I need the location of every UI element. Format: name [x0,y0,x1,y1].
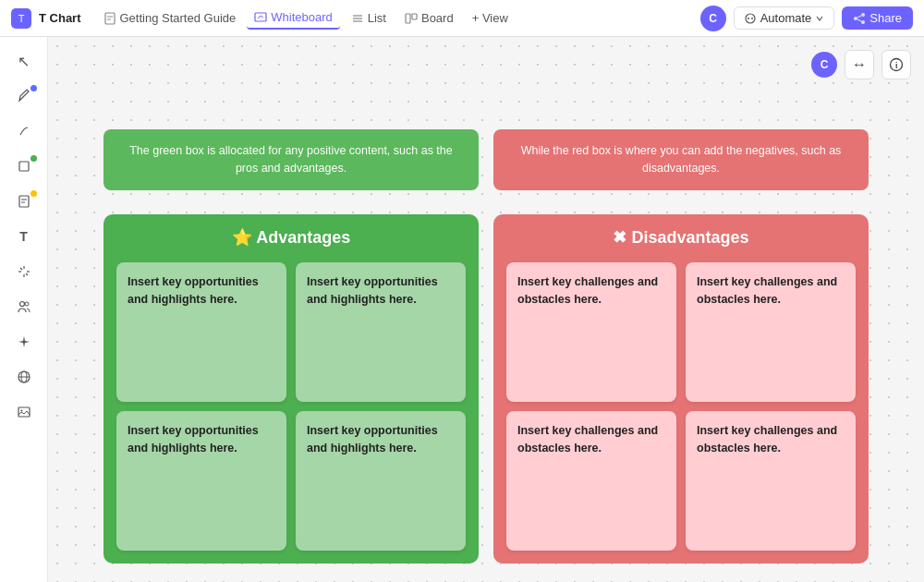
advantages-title: ⭐ Advantages [116,227,466,248]
list-icon [351,12,364,25]
sidebar-draw-tool[interactable] [9,81,39,111]
disadvantage-card-2[interactable]: Insert key challenges and obstacles here… [686,262,856,402]
svg-point-15 [861,13,865,17]
nav-board[interactable]: Board [397,7,461,29]
image-icon [17,405,31,419]
nav-view[interactable]: + View [465,7,516,29]
pen-icon [17,124,31,139]
automate-button[interactable]: Automate [734,6,835,30]
info-icon: i [889,57,904,72]
advantage-card-1[interactable]: Insert key opportunities and highlights … [116,262,286,402]
share-button[interactable]: Share [842,6,913,30]
expand-button[interactable]: ↔ [845,50,874,79]
user-avatar: C [700,6,726,31]
svg-text:i: i [895,61,898,70]
globe-icon [17,370,31,384]
svg-point-16 [861,20,865,24]
note-icon [17,194,31,209]
app-title: T Chart [39,11,81,25]
app-icon: T [11,8,31,29]
draw-dot [30,85,37,91]
board-icon [405,12,418,25]
red-description: While the red box is where you can add t… [493,129,869,190]
sidebar-people-tool[interactable] [9,292,39,321]
advantages-cards-grid: Insert key opportunities and highlights … [116,262,466,551]
sidebar-note-tool[interactable] [9,187,39,216]
svg-point-11 [746,14,755,23]
nav-getting-started[interactable]: Getting Started Guide [96,7,244,29]
svg-rect-19 [19,162,29,171]
nav-whiteboard[interactable]: Whiteboard [247,6,339,30]
sidebar-cursor-tool[interactable]: ↖ [9,46,39,76]
sidebar-text-tool[interactable]: T [9,222,39,251]
svg-rect-9 [406,14,410,23]
svg-point-29 [19,302,24,307]
advantage-card-2[interactable]: Insert key opportunities and highlights … [296,262,466,402]
disadvantage-card-4[interactable]: Insert key challenges and obstacles here… [686,411,856,551]
shape-icon [17,159,31,174]
disadvantage-card-3[interactable]: Insert key challenges and obstacles here… [506,411,676,551]
svg-point-30 [25,302,29,306]
svg-line-18 [857,19,861,21]
svg-rect-20 [19,196,29,207]
whiteboard-icon [254,11,267,24]
svg-rect-10 [412,14,417,19]
sidebar-globe-tool[interactable] [9,362,39,392]
draw-icon [17,89,31,103]
disadvantages-section: ✖ Disadvantages Insert key challenges an… [493,214,869,564]
advantage-card-3[interactable]: Insert key opportunities and highlights … [116,411,286,551]
main-layout: ↖ T [0,37,924,582]
canvas-area[interactable]: C ↔ i The green box is allocated for any… [48,37,924,582]
topbar-right: C Automate Share [700,6,913,31]
disadvantages-title: ✖ Disadvantages [506,227,856,248]
sidebar-magic-tool[interactable] [9,257,39,286]
svg-rect-3 [255,13,266,21]
canvas-controls: C ↔ i [811,50,911,79]
svg-line-4 [258,16,261,18]
info-button[interactable]: i [881,50,911,79]
shape-dot [30,155,37,162]
svg-rect-0 [105,13,115,24]
advantage-card-4[interactable]: Insert key opportunities and highlights … [296,411,466,551]
sparkle-icon [17,334,31,349]
svg-line-28 [26,273,28,275]
advantages-section: ⭐ Advantages Insert key opportunities an… [103,214,479,564]
sidebar-sparkle-tool[interactable] [9,327,39,357]
sidebar-image-tool[interactable] [9,397,39,427]
svg-point-13 [751,18,753,19]
green-description: The green box is allocated for any posit… [103,129,479,190]
disadvantages-cards-grid: Insert key challenges and obstacles here… [506,262,856,551]
doc-icon [103,12,116,25]
description-row: The green box is allocated for any posit… [103,129,869,190]
svg-point-14 [854,17,857,20]
disadvantage-card-1[interactable]: Insert key challenges and obstacles here… [506,262,676,402]
sidebar-pen-tool[interactable] [9,116,39,146]
svg-marker-31 [18,336,30,347]
svg-line-17 [857,16,861,18]
svg-line-27 [20,268,22,270]
people-icon [17,299,31,314]
svg-line-5 [261,16,263,18]
topbar: T T Chart Getting Started Guide Whiteboa… [0,0,924,37]
nav-list[interactable]: List [344,7,394,29]
note-dot [30,190,37,197]
robot-icon [744,12,757,25]
chevron-down-icon [815,14,824,23]
magic-icon [17,264,31,279]
left-sidebar: ↖ T [0,37,48,582]
sidebar-shape-tool[interactable] [9,152,39,181]
svg-point-36 [20,410,22,412]
canvas-user-avatar: C [811,52,837,78]
share-icon [853,12,866,25]
tchart-row: ⭐ Advantages Insert key opportunities an… [103,214,869,564]
svg-point-12 [748,18,749,19]
